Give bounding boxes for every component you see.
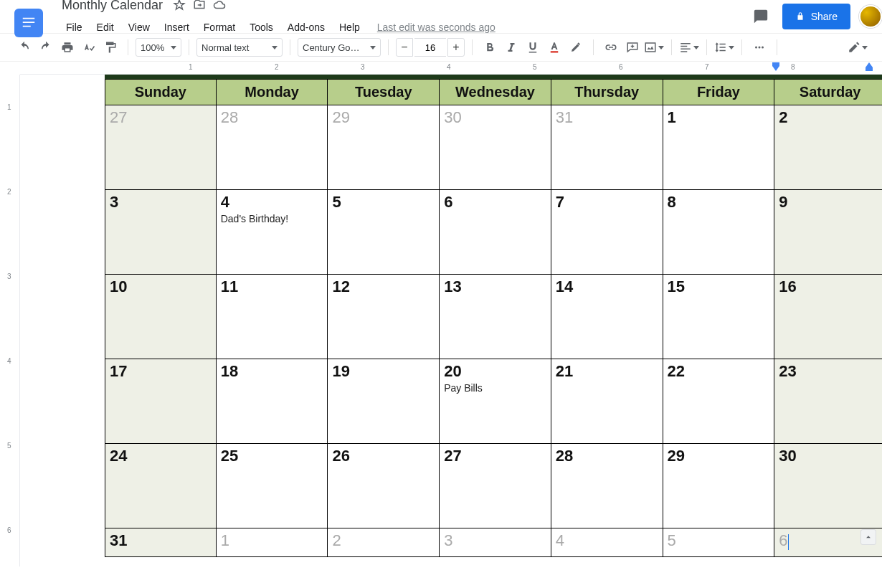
day-header[interactable]: Monday (217, 79, 328, 105)
day-number: 17 (110, 362, 212, 381)
calendar-cell[interactable]: 4 (551, 528, 663, 557)
chevron-down-icon (729, 46, 734, 49)
calendar-cell[interactable]: 5 (328, 190, 440, 275)
calendar-cell[interactable]: 31 (105, 528, 217, 557)
calendar-cell[interactable]: 1 (663, 105, 775, 190)
calendar-cell[interactable]: 28 (551, 444, 663, 528)
font-size-increase[interactable]: + (447, 38, 465, 57)
document-canvas[interactable]: SundayMondayTuesdayWednesdayThursdayFrid… (20, 75, 882, 566)
calendar-cell[interactable]: 30 (774, 444, 882, 528)
bold-button[interactable] (480, 37, 500, 57)
calendar-cell[interactable]: 3 (105, 190, 217, 275)
underline-button[interactable] (523, 37, 543, 57)
day-header[interactable]: Tuesday (328, 79, 440, 105)
menu-tools[interactable]: Tools (244, 19, 279, 36)
paragraph-style-select[interactable]: Normal text (196, 38, 283, 57)
calendar-cell[interactable]: 25 (217, 444, 328, 528)
share-button[interactable]: Share (782, 4, 850, 29)
calendar-cell[interactable]: 1 (217, 528, 328, 557)
calendar-cell[interactable]: 19 (328, 359, 440, 444)
menu-help[interactable]: Help (333, 19, 366, 36)
calendar-cell[interactable]: 12 (328, 275, 440, 359)
last-edit-link[interactable]: Last edit was seconds ago (377, 22, 495, 33)
calendar-cell[interactable]: 5 (663, 528, 775, 557)
highlight-button[interactable] (566, 37, 586, 57)
calendar-cell[interactable]: 17 (105, 359, 217, 444)
undo-button[interactable] (14, 37, 34, 57)
text-color-button[interactable] (544, 37, 564, 57)
document-title[interactable]: Monthly Calendar (57, 0, 167, 14)
chevron-down-icon (171, 46, 176, 49)
font-size-decrease[interactable]: − (396, 38, 413, 57)
zoom-select[interactable]: 100% (136, 38, 181, 57)
calendar-cell[interactable]: 14 (551, 275, 663, 359)
italic-button[interactable] (501, 37, 521, 57)
font-select[interactable]: Century Go… (298, 38, 381, 57)
calendar-cell[interactable]: 28 (217, 105, 328, 190)
spellcheck-button[interactable] (79, 37, 99, 57)
editing-mode-button[interactable] (848, 37, 868, 57)
redo-button[interactable] (36, 37, 56, 57)
cloud-status-icon[interactable] (213, 0, 226, 11)
docs-logo[interactable] (14, 9, 43, 37)
svg-point-1 (755, 47, 757, 49)
calendar-cell[interactable]: 20Pay Bills (440, 359, 551, 444)
calendar-cell[interactable]: 18 (217, 359, 328, 444)
move-icon[interactable] (193, 0, 206, 11)
font-size-input[interactable] (414, 38, 446, 57)
calendar-cell[interactable]: 10 (105, 275, 217, 359)
print-button[interactable] (57, 37, 77, 57)
calendar-cell[interactable]: 29 (663, 444, 775, 528)
menu-addons[interactable]: Add-ons (282, 19, 331, 36)
day-header[interactable]: Sunday (105, 79, 217, 105)
align-button[interactable] (679, 37, 699, 57)
day-header[interactable]: Wednesday (440, 79, 551, 105)
calendar-cell[interactable]: 26 (328, 444, 440, 528)
calendar-cell[interactable]: 16 (774, 275, 882, 359)
calendar-cell[interactable]: 3 (440, 528, 551, 557)
insert-link-button[interactable] (601, 37, 621, 57)
day-header[interactable]: Friday (663, 79, 775, 105)
calendar-cell[interactable]: 4Dad's Birthday! (217, 190, 328, 275)
calendar-cell[interactable]: 22 (663, 359, 775, 444)
calendar-cell[interactable]: 27 (105, 105, 217, 190)
account-avatar[interactable] (859, 5, 882, 28)
calendar-event[interactable]: Pay Bills (444, 382, 546, 394)
calendar-cell[interactable]: 30 (440, 105, 551, 190)
calendar-cell[interactable]: 6 (440, 190, 551, 275)
menu-view[interactable]: View (123, 19, 156, 36)
calendar-cell[interactable]: 7 (551, 190, 663, 275)
line-spacing-button[interactable] (714, 37, 734, 57)
star-icon[interactable] (173, 0, 186, 11)
calendar-cell[interactable]: 27 (440, 444, 551, 528)
insert-image-button[interactable] (644, 37, 664, 57)
calendar-cell[interactable]: 23 (774, 359, 882, 444)
horizontal-ruler[interactable]: 12345678 (20, 62, 882, 75)
calendar-event[interactable]: Dad's Birthday! (221, 213, 323, 224)
menu-insert[interactable]: Insert (158, 19, 195, 36)
menu-format[interactable]: Format (198, 19, 241, 36)
day-header[interactable]: Saturday (774, 79, 882, 105)
paint-format-button[interactable] (100, 37, 120, 57)
day-header[interactable]: Thursday (551, 79, 663, 105)
calendar-cell[interactable]: 24 (105, 444, 217, 528)
calendar-cell[interactable]: 11 (217, 275, 328, 359)
explore-button[interactable] (860, 529, 876, 545)
menu-edit[interactable]: Edit (91, 19, 120, 36)
vertical-ruler[interactable]: 123456 (0, 75, 20, 566)
more-button[interactable] (749, 37, 769, 57)
calendar-cell[interactable]: 13 (440, 275, 551, 359)
calendar-cell[interactable]: 8 (663, 190, 775, 275)
calendar-table[interactable]: SundayMondayTuesdayWednesdayThursdayFrid… (105, 75, 882, 557)
calendar-cell[interactable]: 15 (663, 275, 775, 359)
comments-button[interactable] (748, 4, 774, 29)
insert-comment-button[interactable] (622, 37, 642, 57)
menu-file[interactable]: File (60, 19, 88, 36)
calendar-cell[interactable]: 9 (774, 190, 882, 275)
calendar-cell[interactable]: 31 (551, 105, 663, 190)
calendar-cell[interactable]: 2 (774, 105, 882, 190)
calendar-cell[interactable]: 2 (328, 528, 440, 557)
calendar-cell[interactable]: 29 (328, 105, 440, 190)
day-number: 19 (332, 362, 435, 381)
calendar-cell[interactable]: 21 (551, 359, 663, 444)
